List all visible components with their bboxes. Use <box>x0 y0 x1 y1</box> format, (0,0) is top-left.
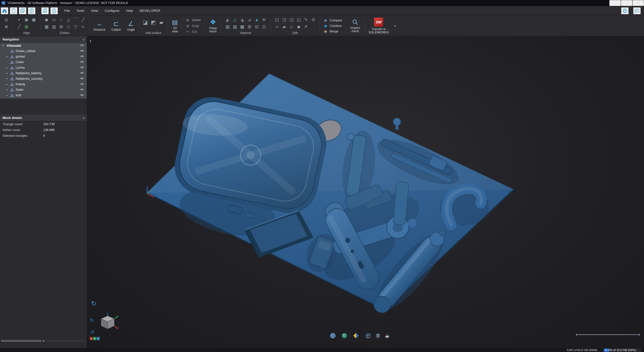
tree-item-nabijecka-zasuvky[interactable]: ▸ Nabijecka_zasuvky <box>0 76 87 81</box>
mesh-display-button[interactable]: ▾ <box>329 332 338 339</box>
eye-icon[interactable] <box>79 55 85 59</box>
eye-icon[interactable] <box>79 49 85 53</box>
collapse-panel-arrow[interactable]: ‹ <box>90 38 91 44</box>
texture-display-button[interactable]: ▾ <box>352 332 361 339</box>
merge-button[interactable]: ◆◆ Merge <box>322 29 343 34</box>
align-pair-icon[interactable]: ◉ <box>23 17 30 23</box>
entity-cross-section-icon[interactable]: ⊞ <box>58 24 64 30</box>
entity-grid-icon[interactable]: ▦ <box>43 24 50 30</box>
eye-icon[interactable] <box>79 43 85 48</box>
feedback-button[interactable] <box>633 7 641 14</box>
chevron-right-icon[interactable]: ▸ <box>7 77 10 80</box>
paste-session-button[interactable] <box>50 7 58 14</box>
angle-button[interactable]: ∠ Angle <box>124 16 138 36</box>
eye-icon[interactable] <box>79 71 85 75</box>
smooth-display-button[interactable]: ▾ <box>341 332 350 339</box>
tree-root-vxmodel[interactable]: ▾ VXmodel <box>0 43 87 48</box>
improve-fill-holes-icon[interactable]: ◭ <box>224 17 231 23</box>
tree-item-celek[interactable]: Celek <box>0 59 87 65</box>
chevron-right-icon[interactable]: ▸ <box>7 94 10 97</box>
edit-erase-icon[interactable]: ⊘ <box>310 17 316 23</box>
rotate-ccw-icon[interactable]: ↺ <box>90 329 94 335</box>
improve-decimate-icon[interactable]: ◮ <box>239 17 245 23</box>
orbit-mode-icon[interactable]: ↻ <box>91 300 97 307</box>
copy-button[interactable]: ⊞ Copy <box>185 23 202 28</box>
inspect-mesh-button[interactable]: Inspect mesh <box>347 16 363 36</box>
viewport-3d[interactable]: ‹ ↻ ↻ ↺ X Y Z <box>87 36 644 348</box>
clean-mesh-button[interactable]: ❖ Clean mesh <box>206 16 220 36</box>
edit-sculpt-icon[interactable]: ✐ <box>303 24 309 30</box>
menu-view[interactable]: View <box>88 6 101 16</box>
edit-shift-icon[interactable]: ▱ <box>273 24 280 30</box>
3d-scene[interactable] <box>87 36 644 348</box>
section-view-button[interactable] <box>383 332 391 339</box>
chevron-right-icon[interactable]: ▸ <box>7 89 10 91</box>
tree-item-lyzina[interactable]: ▸ Lyzina <box>0 65 87 70</box>
improve-unify-icon[interactable]: ⊟ <box>253 24 260 30</box>
minimize-button[interactable]: ─ <box>609 0 621 6</box>
chevron-right-icon[interactable]: ▸ <box>7 55 10 58</box>
home-button[interactable] <box>1 7 8 14</box>
chevron-down-icon[interactable]: ▾ <box>3 44 7 47</box>
menu-developer[interactable]: DEVELOPER <box>136 6 164 16</box>
entity-diamond-icon[interactable]: ◇ <box>65 24 72 30</box>
distance-button[interactable]: ↔ Distance <box>91 16 108 36</box>
improve-optimize-icon[interactable]: ⊡ <box>261 24 267 30</box>
menu-tools[interactable]: Tools <box>73 6 88 16</box>
compare-button[interactable]: ◆◆ Compare <box>322 18 343 23</box>
improve-boundary-icon[interactable]: ▧ <box>224 24 231 30</box>
tree-item-kufr[interactable]: ▸ Kufr <box>0 93 87 98</box>
edit-select-icon[interactable]: ◰ <box>273 17 280 23</box>
align-axis-icon[interactable]: ╱ <box>16 24 22 30</box>
copy-session-button[interactable] <box>41 7 49 14</box>
collapse-mesh-details-chevron[interactable]: ▴ <box>83 116 84 119</box>
maximize-button[interactable]: □ <box>621 0 632 6</box>
entity-circle-icon[interactable]: ○ <box>58 17 64 23</box>
menu-configure[interactable]: Configure <box>101 6 123 16</box>
align-surface-icon[interactable]: ▣ <box>30 17 37 23</box>
tree-item-deska-zaklad[interactable]: Deska_zaklad <box>0 48 87 54</box>
collapse-navigation-chevron[interactable]: ▴ <box>83 38 84 41</box>
wireframe-button[interactable] <box>364 332 371 339</box>
edit-mirror-icon[interactable]: ◱ <box>295 17 302 23</box>
2d-view-button[interactable]: ▤ 2D view <box>169 16 181 36</box>
view-cube[interactable] <box>98 313 119 335</box>
edit-solidify-icon[interactable]: ◆ <box>295 24 302 30</box>
menu-file[interactable]: File <box>61 6 73 16</box>
scrollbar-handle[interactable] <box>1 340 41 342</box>
edit-lasso-icon[interactable]: ◳ <box>281 17 287 23</box>
entity-cone-icon[interactable]: ▽ <box>72 24 79 30</box>
tree-item-nabijecka-baterky[interactable]: ▸ Nabijecka_baterky <box>0 70 87 76</box>
close-button[interactable]: ✕ <box>632 0 644 6</box>
improve-remesh-icon[interactable]: ▩ <box>239 24 245 30</box>
improve-bridge-icon[interactable]: ⊞ <box>246 24 253 30</box>
add-surface-auto-icon[interactable]: ◪ <box>142 19 148 25</box>
entity-table-icon[interactable]: ▤ <box>51 24 57 30</box>
edit-hollow-icon[interactable]: ◇ <box>288 24 295 30</box>
target-add-icon[interactable]: ⊕ <box>3 24 10 30</box>
tree-item-kabely[interactable]: ▸ Kabely <box>0 81 87 87</box>
edit-pencil-icon[interactable]: ✎ <box>303 17 309 23</box>
chevron-right-icon[interactable]: ▸ <box>7 83 10 85</box>
shaded-button[interactable] <box>374 332 381 339</box>
chevron-right-icon[interactable]: ▸ <box>7 72 10 74</box>
improve-smooth-icon[interactable]: △ <box>231 17 238 23</box>
target-icon[interactable]: ◎ <box>3 17 10 23</box>
tree-item-stativ[interactable]: ▸ Stativ <box>0 87 87 93</box>
improve-spikes-icon[interactable]: ▨ <box>231 24 238 30</box>
chevron-right-icon[interactable]: ▸ <box>7 66 10 69</box>
transfer-solidworks-button[interactable]: SW Transfer to SOLIDWORKS <box>366 16 392 36</box>
delete-button[interactable]: ⊠ Delete <box>185 18 202 23</box>
eye-icon[interactable] <box>79 93 85 97</box>
open-documents-button[interactable] <box>19 7 26 14</box>
improve-waviness-icon[interactable]: ≋ <box>261 17 267 23</box>
combine-button[interactable]: ◆◆ Combine <box>322 23 343 28</box>
improve-refine-icon[interactable]: ⊿ <box>246 17 253 23</box>
entity-plane-icon[interactable]: ▭ <box>51 17 57 23</box>
add-surface-patch-icon[interactable]: ▰ <box>158 19 165 25</box>
edit-offset-icon[interactable]: ▰ <box>281 24 287 30</box>
align-target-icon[interactable]: ⌖ <box>16 17 22 23</box>
eye-icon[interactable] <box>79 66 85 70</box>
eye-icon[interactable] <box>79 60 85 64</box>
edit-plane-cut-icon[interactable]: ◲ <box>288 17 295 23</box>
